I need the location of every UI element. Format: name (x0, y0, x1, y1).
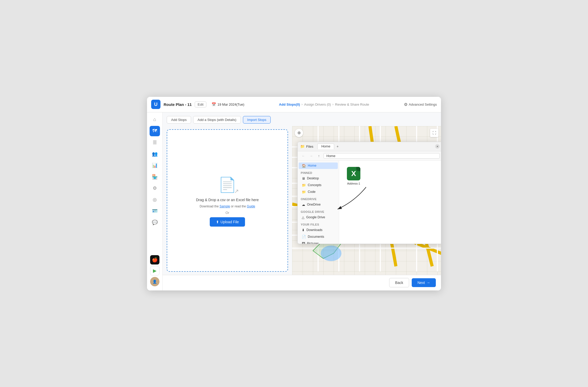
app-logo: U (151, 100, 160, 109)
doc-icon-area: 📄 ↗ (217, 174, 238, 195)
next-button[interactable]: Next → (412, 278, 436, 287)
sample-link[interactable]: Sample (220, 205, 230, 208)
sidebar-item-users[interactable]: 👥 (150, 149, 160, 159)
back-button[interactable]: Back (389, 278, 409, 287)
fp-nav-forward[interactable]: → (308, 153, 314, 159)
advanced-settings[interactable]: ⚙ Advanced Settings (404, 102, 437, 107)
date-text: 19 Mar 2024(Tue) (218, 103, 244, 106)
fp-section-yourfiles: Your Files (298, 221, 339, 227)
fp-new-tab-button[interactable]: + (335, 144, 340, 149)
nav-step-assign-drivers[interactable]: Assign Drivers (0) (304, 103, 331, 106)
fp-body: 🏠 Home Pinned 🖥 Desktop (298, 161, 441, 244)
chat-icon: 💬 (152, 220, 158, 225)
sidebar-item-home[interactable]: ⌂ (150, 114, 160, 125)
sidebar-item-store[interactable]: 🏪 (150, 172, 160, 182)
fp-main: X Address-1 (339, 161, 441, 244)
tab-import-stops[interactable]: Import Stops (243, 116, 271, 124)
fp-downloads-label: Downloads (306, 228, 323, 232)
excel-icon: X (347, 167, 360, 180)
edit-button[interactable]: Edit (195, 101, 206, 107)
tab-add-stops[interactable]: Add Stops (167, 116, 191, 124)
app-store-button[interactable]: 🍎 (150, 255, 159, 264)
fp-sidebar-onedrive[interactable]: ☁ OneDrive (299, 201, 338, 208)
fp-tab-home[interactable]: Home (317, 144, 334, 149)
fp-location-bar[interactable]: Home (324, 153, 440, 159)
fp-nav-bar: ← → ↑ Home (298, 151, 441, 161)
sidebar-item-map[interactable]: 🗺 (150, 126, 160, 136)
file-picker-titlebar: 📁 Files Home + ✕ (298, 142, 441, 151)
drop-zone[interactable]: 📄 ↗ Drag & Drop a csv or an Excel file h… (167, 129, 288, 272)
next-arrow-icon: → (426, 281, 430, 285)
pictures-icon: 🖼 (302, 242, 305, 244)
document-icon: 📄 (218, 176, 236, 193)
excel-letter: X (351, 169, 356, 178)
users-icon: 👥 (152, 151, 158, 157)
fp-sidebar-downloads[interactable]: ⬇ Downloads (299, 227, 338, 233)
tab-add-stops-details[interactable]: Add a Stops (with Details) (193, 116, 241, 124)
app-window: U Route Plan - 11 Edit 📅 19 Mar 2024(Tue… (147, 97, 441, 290)
fp-sidebar-documents[interactable]: 📄 Documents (299, 234, 338, 240)
id-card-icon: 🪪 (152, 208, 158, 214)
list-icon: ☰ (153, 140, 157, 145)
download-prefix: Download the (200, 205, 220, 208)
upload-file-button[interactable]: ⬆ Upload File (210, 217, 245, 227)
nav-step-add-stops[interactable]: Add Stops(0) (279, 103, 300, 106)
next-label: Next (417, 281, 425, 285)
fp-sidebar-gdrive[interactable]: △ Google Drive (299, 214, 338, 221)
map-background: ⊕ ⛶ 📁 Files (292, 126, 441, 275)
map-expand-button[interactable]: ⛶ (430, 129, 438, 137)
fp-sidebar-desktop[interactable]: 🖥 Desktop (299, 175, 338, 182)
header: U Route Plan - 11 Edit 📅 19 Mar 2024(Tue… (147, 97, 441, 112)
fp-concepts-label: Concepts (308, 183, 321, 187)
play-store-button[interactable]: ▶ (150, 266, 159, 275)
nav-step-review[interactable]: Review & Share Route (335, 103, 369, 106)
target-icon: ◎ (153, 197, 157, 202)
home-icon: ⌂ (153, 117, 156, 122)
store-icon: 🏪 (152, 174, 158, 180)
fp-sidebar: 🏠 Home Pinned 🖥 Desktop (298, 161, 339, 244)
settings-icon: ⚙ (153, 185, 157, 191)
gear-icon: ⚙ (404, 102, 408, 107)
fp-title: Files (306, 145, 313, 148)
svg-point-0 (321, 246, 341, 261)
map-controls: ⊕ (295, 129, 303, 137)
sidebar-item-chart[interactable]: 📊 (150, 160, 160, 171)
fp-close-button[interactable]: ✕ (435, 144, 440, 149)
map-area: ⊕ ⛶ 📁 Files (292, 126, 441, 275)
fp-sidebar-pictures[interactable]: 🖼 Pictures (299, 240, 338, 244)
drag-drop-text: Drag & Drop a csv or an Excel file here (196, 198, 259, 202)
fp-nav-up[interactable]: ↑ (316, 153, 322, 159)
sidebar-item-list[interactable]: ☰ (150, 137, 160, 148)
avatar-image: 👤 (152, 280, 157, 284)
fp-sidebar-code[interactable]: 📁 Code (299, 189, 338, 195)
sidebar-bottom: 🍎 ▶ 👤 (150, 255, 159, 288)
sidebar-item-chat[interactable]: 💬 (150, 217, 160, 228)
avatar[interactable]: 👤 (150, 277, 159, 286)
expand-icon: ⛶ (432, 131, 436, 135)
upload-btn-label: Upload File (221, 220, 239, 224)
fp-file-excel[interactable]: X Address-1 (343, 165, 364, 187)
folder-icon: 📁 (300, 144, 305, 148)
fp-desktop-label: Desktop (307, 176, 319, 180)
sidebar-item-id-card[interactable]: 🪪 (150, 206, 160, 216)
documents-icon: 📄 (302, 235, 306, 239)
gdrive-icon: △ (302, 215, 304, 219)
content-area: Add Stops Add a Stops (with Details) Imp… (163, 112, 441, 290)
code-icon: 📁 (302, 190, 306, 194)
home-sidebar-icon: 🏠 (302, 164, 306, 168)
upload-icon: ⬆ (216, 220, 219, 224)
nav-chevron-2: › (332, 103, 333, 106)
sidebar-item-settings[interactable]: ⚙ (150, 183, 160, 193)
downloads-icon: ⬇ (302, 228, 305, 232)
guide-link[interactable]: Guide (247, 205, 255, 208)
sidebar-item-target[interactable]: ◎ (150, 194, 160, 205)
fp-sidebar-concepts[interactable]: 📁 Concepts (299, 182, 338, 188)
fp-sidebar-home[interactable]: 🏠 Home (299, 162, 338, 169)
map-icon: 🗺 (152, 128, 157, 134)
or-label: Or (226, 211, 229, 215)
fp-tabs: Home + (317, 144, 340, 149)
split-view: 📄 ↗ Drag & Drop a csv or an Excel file h… (163, 126, 441, 275)
map-locate-button[interactable]: ⊕ (295, 129, 303, 137)
locate-icon: ⊕ (297, 130, 301, 135)
fp-nav-back[interactable]: ← (300, 153, 306, 159)
